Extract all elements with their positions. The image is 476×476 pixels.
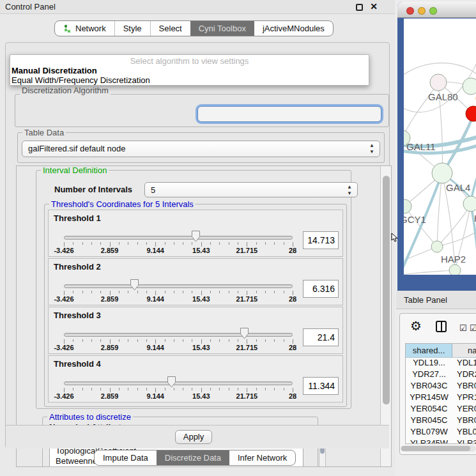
network-graph: GAL80GACGAL11GAL4GCY1HHAP2 xyxy=(404,19,476,275)
scrollbar-thumb[interactable] xyxy=(401,446,470,451)
slider-tick xyxy=(265,339,266,342)
table-row[interactable]: YDR27...YDR27 xyxy=(406,369,476,381)
apply-button[interactable]: Apply xyxy=(175,430,212,444)
tab-select[interactable]: Select xyxy=(150,21,190,36)
table-row[interactable]: YDL19...YDL19 xyxy=(406,358,476,369)
slider-tick xyxy=(256,388,257,390)
slider-tick xyxy=(247,242,247,247)
table-horizontal-scrollbar[interactable] xyxy=(401,445,476,452)
slider-tick xyxy=(274,291,275,293)
checkbox-icon[interactable]: ☑ xyxy=(470,323,476,333)
slider-tick xyxy=(100,242,101,245)
slider-tick-label: 21.715 xyxy=(236,295,258,303)
slider-thumb[interactable] xyxy=(167,376,176,388)
tab-cyni-toolbox[interactable]: Cyni Toolbox xyxy=(190,21,254,36)
slider-tick xyxy=(265,388,266,390)
number-of-intervals-combobox[interactable]: 5 ▲▼ xyxy=(144,182,358,197)
close-traffic-light[interactable] xyxy=(406,7,414,15)
threshold-row: Threshold 4-3.4262.8599.14415.4321.71528… xyxy=(48,355,343,403)
slider-tick xyxy=(174,242,174,245)
network-node[interactable] xyxy=(449,265,461,275)
slider-thumb[interactable] xyxy=(240,327,249,340)
network-node[interactable] xyxy=(431,241,443,252)
settings-vertical-scrollbar[interactable] xyxy=(380,166,391,466)
slider-track[interactable] xyxy=(64,236,293,240)
slider-tick xyxy=(165,388,165,390)
network-node[interactable] xyxy=(463,78,476,95)
slider-thumb[interactable] xyxy=(191,230,201,243)
column-header[interactable]: na xyxy=(452,344,476,357)
tab-style[interactable]: Style xyxy=(114,21,150,36)
dropdown-hint: Select algorithm to view settings xyxy=(10,56,369,66)
table-panel: ⚙ ☑ ☑ shared...na YDL19...YDL19YDR27...Y… xyxy=(399,313,476,455)
table-data-combobox[interactable]: galFiltered.sif default node ▲▼ xyxy=(22,141,380,157)
zoom-traffic-light[interactable] xyxy=(429,7,437,15)
table-row[interactable]: YPR145WYPR14 xyxy=(406,392,476,404)
table-row[interactable]: YBR045CYBR04 xyxy=(406,415,476,427)
tab-label: Infer Network xyxy=(238,453,287,463)
network-node[interactable] xyxy=(432,163,452,183)
table-cell: YPR145W xyxy=(406,392,452,404)
slider-thumb[interactable] xyxy=(130,279,139,291)
table-cell: YBR043C xyxy=(406,381,452,392)
table-row[interactable]: YLR345WYLR34 xyxy=(406,438,476,444)
close-icon[interactable]: ✕ xyxy=(370,1,378,12)
slider-tick xyxy=(238,388,238,390)
slider-track[interactable] xyxy=(64,284,293,288)
threshold-value-field[interactable]: 21.4 xyxy=(303,328,339,346)
table-row[interactable]: YER054CYER05 xyxy=(406,404,476,415)
slider-tick-label: 2.859 xyxy=(101,295,119,303)
slider-tick xyxy=(274,388,275,390)
thresholds-group-title: Threshold's Coordinates for 5 Intervals xyxy=(49,199,196,209)
slider-tick xyxy=(229,339,229,342)
settings-scroll-area: Interval Definition Number of Intervals … xyxy=(16,165,392,467)
slider-tick xyxy=(73,291,73,293)
cyni-toolbox-panel: Discretization Algorithm Table Data galF… xyxy=(5,42,390,449)
slider-tick xyxy=(284,291,284,293)
table-cell: YER05 xyxy=(452,404,476,415)
columns-icon[interactable] xyxy=(436,321,447,332)
checkbox-icon[interactable]: ☑ xyxy=(459,323,467,333)
float-window-icon[interactable] xyxy=(356,4,363,11)
slider-tick xyxy=(274,339,275,342)
threshold-value-field[interactable]: 6.316 xyxy=(303,280,339,298)
column-header[interactable]: shared... xyxy=(406,344,452,357)
network-node[interactable] xyxy=(463,196,476,211)
slider-tick xyxy=(110,339,111,344)
slider-tick xyxy=(293,242,293,247)
threshold-row: Threshold 1-3.4262.8599.14415.4321.71528… xyxy=(48,210,343,257)
slider-tick xyxy=(192,339,192,342)
table-row[interactable]: YBR043CYBR04 xyxy=(406,381,476,392)
slider-tick-label: 9.144 xyxy=(146,295,164,303)
tab-network[interactable]: Network xyxy=(55,21,114,36)
dropdown-option[interactable]: Manual Discretization xyxy=(10,66,369,75)
slider-tick xyxy=(64,242,65,247)
threshold-value-field[interactable]: 14.713 xyxy=(303,231,339,249)
gear-icon[interactable]: ⚙ xyxy=(410,318,422,334)
algorithm-combobox[interactable] xyxy=(197,106,381,122)
tab-label: jActiveMNodules xyxy=(263,24,325,33)
slider-track[interactable] xyxy=(64,333,293,337)
tab-impute-data[interactable]: Impute Data xyxy=(95,450,157,465)
minimize-traffic-light[interactable] xyxy=(418,7,426,15)
threshold-value-field[interactable]: 11.344 xyxy=(303,377,339,395)
slider-tick xyxy=(91,242,92,245)
slider-tick xyxy=(174,339,174,342)
network-canvas[interactable]: GAL80GACGAL11GAL4GCY1HHAP2 xyxy=(404,19,476,275)
slider-tick-label: 2.859 xyxy=(101,392,119,400)
slider-tick-label: 21.715 xyxy=(236,344,258,351)
slider-tick xyxy=(247,291,247,295)
slider-tick xyxy=(137,242,138,245)
slider-track[interactable] xyxy=(64,381,293,385)
table-panel-title: Table Panel xyxy=(404,295,447,305)
slider-tick xyxy=(201,339,202,344)
tab-infer-network[interactable]: Infer Network xyxy=(229,450,295,465)
table-row[interactable]: YBL079WYBL07 xyxy=(406,427,476,438)
tab-jactivemnodules[interactable]: jActiveMNodules xyxy=(254,21,333,36)
slider-tick xyxy=(91,388,92,390)
network-node[interactable] xyxy=(430,74,447,91)
slider-tick xyxy=(219,339,220,342)
dropdown-option[interactable]: Equal Width/Frequency Discretization xyxy=(10,75,369,85)
tab-discretize-data[interactable]: Discretize Data xyxy=(157,450,229,465)
scrollbar-thumb[interactable] xyxy=(383,176,390,404)
